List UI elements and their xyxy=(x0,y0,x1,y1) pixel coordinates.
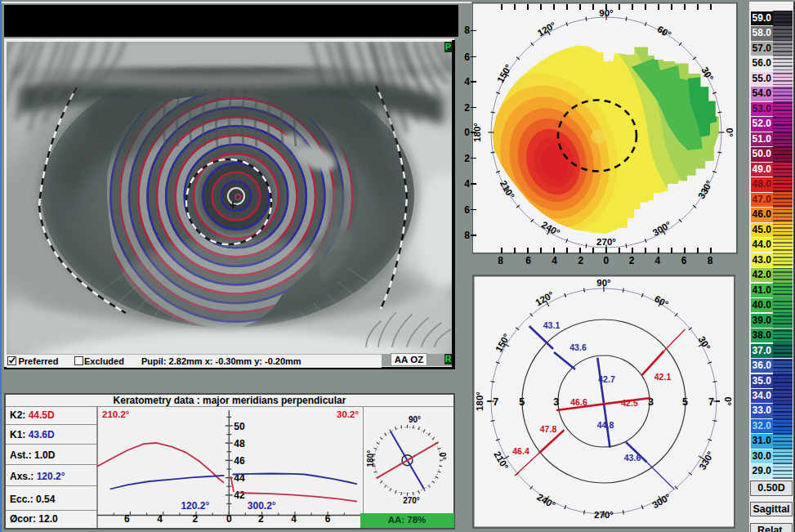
svg-text:3: 3 xyxy=(553,396,559,408)
svg-text:30.2°: 30.2° xyxy=(337,409,359,419)
svg-text:180°: 180° xyxy=(475,391,485,411)
svg-text:47.8: 47.8 xyxy=(540,424,557,434)
svg-text:0°: 0° xyxy=(725,128,735,137)
svg-text:4: 4 xyxy=(157,513,163,525)
svg-text:90°: 90° xyxy=(596,278,611,288)
svg-text:42.5: 42.5 xyxy=(621,398,638,408)
svg-text:43.1: 43.1 xyxy=(543,320,561,330)
svg-text:180°: 180° xyxy=(367,450,376,467)
svg-text:48: 48 xyxy=(234,438,245,449)
svg-text:270°: 270° xyxy=(403,496,420,505)
svg-text:6: 6 xyxy=(124,513,130,525)
svg-text:46.6: 46.6 xyxy=(570,397,587,407)
svg-text:5: 5 xyxy=(682,396,688,408)
svg-text:43.6: 43.6 xyxy=(624,453,641,463)
svg-text:300.2°: 300.2° xyxy=(248,500,276,512)
svg-text:4: 4 xyxy=(291,513,297,525)
svg-text:5: 5 xyxy=(519,396,525,408)
svg-text:44.8: 44.8 xyxy=(597,420,614,430)
svg-text:0°: 0° xyxy=(438,452,447,460)
svg-text:42: 42 xyxy=(234,490,245,501)
svg-text:2: 2 xyxy=(192,513,198,525)
svg-text:210.2°: 210.2° xyxy=(102,409,130,419)
svg-text:46.4: 46.4 xyxy=(512,446,529,456)
svg-text:90°: 90° xyxy=(409,415,421,424)
svg-text:42.7: 42.7 xyxy=(598,374,615,384)
svg-text:0°: 0° xyxy=(723,397,733,406)
svg-text:120.2°: 120.2° xyxy=(181,500,209,512)
svg-text:7: 7 xyxy=(493,396,498,408)
svg-text:7: 7 xyxy=(708,396,714,408)
svg-text:46: 46 xyxy=(234,455,245,467)
svg-text:43.6: 43.6 xyxy=(569,342,587,352)
svg-text:42.1: 42.1 xyxy=(654,372,672,382)
svg-text:270°: 270° xyxy=(594,510,614,520)
svg-text:50: 50 xyxy=(234,421,245,432)
svg-text:2: 2 xyxy=(258,513,264,525)
svg-text:270°: 270° xyxy=(596,237,616,247)
